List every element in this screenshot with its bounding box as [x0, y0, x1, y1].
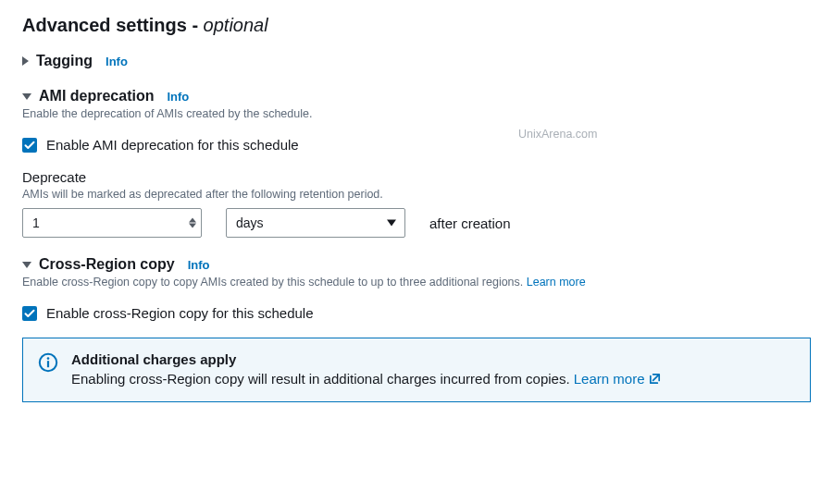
deprecate-number-wrap: [22, 208, 202, 238]
deprecate-stepper[interactable]: [189, 218, 196, 228]
enable-cross-region-label: Enable cross-Region copy for this schedu…: [46, 305, 314, 321]
deprecate-field-group: Deprecate AMIs will be marked as depreca…: [22, 169, 811, 238]
page-title-optional: optional: [204, 15, 268, 35]
cross-region-info-link[interactable]: Info: [188, 258, 210, 272]
chevron-down-icon: [22, 93, 31, 100]
enable-cross-region-row: Enable cross-Region copy for this schedu…: [22, 305, 811, 321]
deprecate-number-input[interactable]: [22, 208, 202, 238]
alert-title: Additional charges apply: [71, 351, 795, 367]
check-icon: [24, 140, 35, 151]
ami-deprecation-desc: Enable the deprecation of AMIs created b…: [22, 107, 811, 120]
cross-region-section: Cross-Region copy Info Enable cross-Regi…: [22, 256, 811, 402]
deprecate-unit-select-wrap: days: [226, 208, 405, 238]
tagging-section: Tagging Info: [22, 53, 811, 69]
ami-deprecation-title: AMI deprecation: [39, 88, 154, 104]
enable-ami-deprecation-row: Enable AMI deprecation for this schedule: [22, 137, 811, 153]
deprecate-suffix: after creation: [429, 215, 511, 231]
chevron-down-icon: [387, 220, 396, 227]
deprecate-desc: AMIs will be marked as deprecated after …: [22, 188, 811, 201]
info-icon: [38, 352, 58, 373]
ami-deprecation-header[interactable]: AMI deprecation Info: [22, 88, 811, 104]
enable-ami-deprecation-label: Enable AMI deprecation for this schedule: [46, 137, 299, 153]
cross-region-learn-more-link[interactable]: Learn more: [527, 276, 586, 289]
alert-learn-more-text: Learn more: [574, 371, 645, 387]
ami-deprecation-info-link[interactable]: Info: [167, 90, 189, 104]
tagging-info-link[interactable]: Info: [106, 55, 128, 68]
cross-region-desc-text: Enable cross-Region copy to copy AMIs cr…: [22, 276, 527, 289]
enable-cross-region-checkbox[interactable]: [22, 306, 37, 321]
page-title-main: Advanced settings -: [22, 15, 204, 35]
watermark-text: UnixArena.com: [518, 128, 597, 141]
chevron-down-icon: [22, 262, 31, 268]
enable-ami-deprecation-checkbox[interactable]: [22, 138, 37, 153]
deprecate-unit-select[interactable]: days: [226, 208, 405, 238]
ami-deprecation-section: AMI deprecation Info Enable the deprecat…: [22, 88, 811, 238]
svg-rect-2: [47, 361, 49, 367]
svg-point-1: [47, 357, 50, 360]
deprecate-unit-value: days: [236, 215, 264, 230]
stepper-down-icon: [189, 224, 196, 228]
tagging-title: Tagging: [36, 53, 93, 69]
alert-text-content: Enabling cross-Region copy will result i…: [71, 371, 574, 387]
check-icon: [24, 308, 35, 319]
deprecate-input-row: days after creation: [22, 208, 811, 238]
alert-text: Enabling cross-Region copy will result i…: [71, 371, 795, 388]
page-title: Advanced settings - optional: [22, 15, 811, 36]
chevron-right-icon: [22, 56, 29, 66]
stepper-up-icon: [189, 218, 196, 223]
deprecate-label: Deprecate: [22, 169, 811, 185]
external-link-icon: [648, 372, 662, 388]
tagging-header[interactable]: Tagging Info: [22, 53, 811, 69]
cross-region-title: Cross-Region copy: [39, 256, 175, 273]
cross-region-header[interactable]: Cross-Region copy Info: [22, 256, 811, 273]
alert-body: Additional charges apply Enabling cross-…: [71, 351, 795, 388]
charges-alert: Additional charges apply Enabling cross-…: [22, 338, 811, 402]
cross-region-desc: Enable cross-Region copy to copy AMIs cr…: [22, 276, 811, 289]
alert-learn-more-link[interactable]: Learn more: [574, 371, 663, 387]
